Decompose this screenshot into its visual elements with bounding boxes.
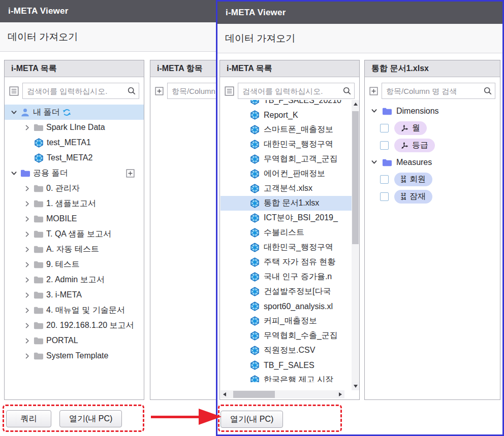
tree-item[interactable]: System Template xyxy=(5,348,144,363)
tree-item[interactable]: 4. 매뉴얼 및 기술문서 xyxy=(5,303,144,318)
window-title: i-META Viewer xyxy=(226,8,286,18)
scrollbar-thumb[interactable] xyxy=(233,391,275,398)
tree-item[interactable]: PORTAL xyxy=(5,333,144,348)
add-folder-icon[interactable] xyxy=(126,169,135,178)
meta-list-item[interactable]: 스마트폰_매출정보 xyxy=(220,122,352,137)
measure-icon-bottom: 34 xyxy=(401,196,406,200)
folder-tree: 내 폴더Spark LIne Datatest_META1Test_META2공… xyxy=(5,105,144,363)
meta-list-item[interactable]: 고객분석.xlsx xyxy=(220,181,352,196)
tree-item[interactable]: test_META1 xyxy=(5,135,144,150)
list-outline-icon[interactable] xyxy=(9,86,19,96)
meta-list-item[interactable]: 국내 인구 증가율.n xyxy=(220,270,352,284)
meta-list-item[interactable]: 대한민국_행정구역 xyxy=(220,137,352,152)
chevron-right-icon[interactable] xyxy=(24,292,30,298)
list-outline-icon[interactable] xyxy=(225,86,234,96)
field-group-dimension[interactable]: Dimensions xyxy=(365,103,500,119)
panel-title: i-META 목록 xyxy=(220,60,359,77)
chevron-right-icon[interactable] xyxy=(24,246,30,253)
field-checkbox[interactable] xyxy=(380,141,389,150)
chevron-down-icon[interactable] xyxy=(371,108,377,114)
scroll-left-button[interactable] xyxy=(220,390,229,398)
scroll-down-button[interactable] xyxy=(352,382,359,390)
field-item: 1234회원 xyxy=(365,171,500,188)
tree-item-label: 0. 관리자 xyxy=(46,183,80,194)
field-checkbox[interactable] xyxy=(380,175,389,184)
overlay-meta-list-panel: i-META 목록 TB_F_SALES_20210Report_K스마트폰_매… xyxy=(219,60,360,400)
tree-item[interactable]: 1. 샘플보고서 xyxy=(5,196,144,211)
tree-item[interactable]: 2. Admin 보고서 xyxy=(5,272,144,287)
vertical-scrollbar[interactable] xyxy=(352,100,359,390)
meta-list-item[interactable]: 무역협회_고객_군집 xyxy=(220,152,352,166)
meta-list-item[interactable]: 주택 자가 점유 현황 xyxy=(220,255,352,270)
horizontal-scrollbar[interactable] xyxy=(220,390,344,398)
tree-item[interactable]: 내 폴더 xyxy=(5,105,144,120)
scroll-up-button[interactable] xyxy=(352,100,359,108)
meta-list-item[interactable]: 한국은행 제고 시장 xyxy=(220,373,352,382)
search-input[interactable] xyxy=(22,83,139,99)
meta-list-item[interactable]: 통합 문서1.xlsx xyxy=(220,196,352,211)
meta-cube-icon xyxy=(250,154,260,164)
tree-item[interactable]: 0. 관리자 xyxy=(5,181,144,196)
field-checkbox[interactable] xyxy=(380,192,389,201)
chevron-down-icon[interactable] xyxy=(11,170,17,177)
chevron-down-icon[interactable] xyxy=(11,109,17,116)
chevron-right-icon[interactable] xyxy=(24,124,30,131)
search-input[interactable] xyxy=(238,83,355,99)
chevron-right-icon[interactable] xyxy=(24,216,30,222)
tree-item[interactable]: A. 자동 테스트 xyxy=(5,242,144,257)
query-button[interactable]: 쿼리 xyxy=(6,410,51,427)
tree-item[interactable]: T. QA 샘플 보고서 xyxy=(5,226,144,242)
search-icon[interactable] xyxy=(342,86,352,95)
meta-list-item[interactable]: 대한민국_행정구역 xyxy=(220,240,352,255)
field-pill-measure[interactable]: 1234회원 xyxy=(394,173,432,186)
tree-item[interactable]: 20. 192.168.1.20 보고서 xyxy=(5,318,144,333)
tree-item[interactable]: 9. 테스트 xyxy=(5,257,144,272)
search-icon[interactable] xyxy=(483,86,492,95)
add-box-icon[interactable] xyxy=(369,87,378,95)
meta-list-item[interactable]: 직원정보.CSV xyxy=(220,343,352,358)
field-pill-measure[interactable]: 1234잠재 xyxy=(394,190,432,204)
field-pill-dimension[interactable]: 등급 xyxy=(394,139,435,152)
chevron-right-icon[interactable] xyxy=(24,353,30,359)
search-icon[interactable] xyxy=(127,86,136,95)
tree-item-label: 4. 매뉴얼 및 기술문서 xyxy=(46,305,125,316)
meta-list-item[interactable]: 수불리스트 xyxy=(220,225,352,240)
meta-list-item[interactable]: sport60_analysis.xl xyxy=(220,299,352,314)
chevron-right-icon[interactable] xyxy=(24,307,30,314)
meta-list-item[interactable]: 무역협회_수출_군집 xyxy=(220,328,352,343)
meta-cube-icon xyxy=(250,184,260,193)
meta-list-item[interactable]: 에어컨_판매정보 xyxy=(220,166,352,181)
chevron-down-icon[interactable] xyxy=(371,159,377,165)
meta-list-item-label: 통합 문서1.xlsx xyxy=(264,198,319,209)
scroll-right-button[interactable] xyxy=(336,390,344,398)
field-group-measure[interactable]: Measures xyxy=(365,154,500,171)
chevron-right-icon[interactable] xyxy=(24,231,30,238)
chevron-right-icon[interactable] xyxy=(24,277,30,283)
meta-list-item[interactable]: 커피_매출정보 xyxy=(220,314,352,328)
chevron-right-icon[interactable] xyxy=(24,338,30,344)
meta-list-item[interactable]: 건설발주정보[다국 xyxy=(220,284,352,299)
base-meta-list-panel: i-META 목록 내 폴더Spark LIne Datatest_META1T… xyxy=(4,60,144,400)
tree-item[interactable]: 공용 폴더 xyxy=(5,165,144,181)
chevron-right-icon[interactable] xyxy=(24,322,30,329)
tree-item[interactable]: Spark LIne Data xyxy=(5,120,144,135)
meta-list-item[interactable]: TB_F_SALES xyxy=(220,358,352,373)
meta-list-item[interactable]: TB_F_SALES_20210 xyxy=(220,100,352,108)
open-local-button[interactable]: 열기(내 PC) xyxy=(220,411,283,428)
chevron-right-icon[interactable] xyxy=(24,261,30,268)
tree-item[interactable]: 3. i-META xyxy=(5,287,144,303)
field-checkbox[interactable] xyxy=(380,124,389,132)
refresh-icon[interactable] xyxy=(62,108,71,117)
tree-item[interactable]: Test_META2 xyxy=(5,150,144,165)
field-pill-dimension[interactable]: 월 xyxy=(394,121,427,135)
scrollbar-thumb[interactable] xyxy=(352,111,359,244)
tree-item[interactable]: MOBILE xyxy=(5,211,144,226)
meta-list-item[interactable]: Report_K xyxy=(220,108,352,122)
column-search-input[interactable] xyxy=(382,83,495,99)
chevron-right-icon[interactable] xyxy=(24,200,30,207)
add-box-icon[interactable] xyxy=(155,87,164,95)
tree-item-label: T. QA 샘플 보고서 xyxy=(46,229,111,240)
meta-list-item[interactable]: ICT분야_BSI_2019_ xyxy=(220,211,352,225)
open-local-button[interactable]: 열기(내 PC) xyxy=(59,410,122,427)
chevron-right-icon[interactable] xyxy=(24,185,30,192)
